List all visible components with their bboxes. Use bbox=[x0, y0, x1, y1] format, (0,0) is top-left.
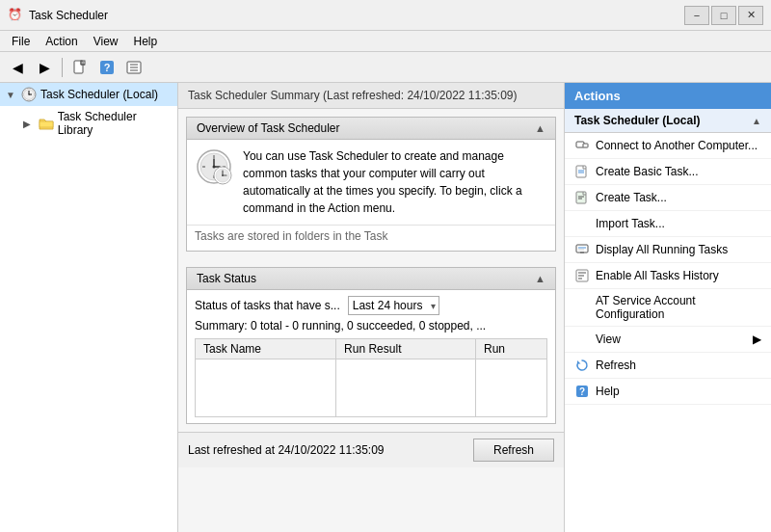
menu-view[interactable]: View bbox=[86, 33, 126, 50]
action-refresh[interactable]: Refresh bbox=[565, 353, 771, 379]
service-account-icon bbox=[574, 300, 590, 315]
action-create-basic-label: Create Basic Task... bbox=[596, 165, 699, 178]
expand-arrow-local: ▼ bbox=[6, 90, 17, 100]
task-status-collapse-btn[interactable]: ▲ bbox=[535, 273, 545, 284]
col-run-result: Run Result bbox=[336, 339, 476, 359]
folder-icon-library bbox=[39, 116, 54, 131]
toolbar-file-button[interactable] bbox=[68, 56, 92, 79]
menu-action[interactable]: Action bbox=[38, 33, 85, 50]
task-status-header: Task Status ▲ bbox=[187, 268, 555, 290]
toolbar: ◀ ▶ ? bbox=[0, 52, 771, 83]
svg-marker-43 bbox=[577, 360, 581, 364]
view-icon bbox=[574, 332, 590, 347]
sidebar-item-library[interactable]: ▶ Task Scheduler Library bbox=[0, 106, 177, 141]
action-import-task[interactable]: Import Task... bbox=[565, 211, 771, 237]
toolbar-list-button[interactable] bbox=[122, 56, 146, 79]
expand-arrow-library: ▶ bbox=[23, 119, 35, 129]
action-create-basic-task[interactable]: Create Basic Task... bbox=[565, 159, 771, 185]
action-view-label: View bbox=[596, 332, 621, 346]
action-create-task[interactable]: Create Task... bbox=[565, 185, 771, 211]
action-view[interactable]: View ▶ bbox=[565, 327, 771, 353]
svg-rect-28 bbox=[583, 144, 588, 147]
overview-header: Overview of Task Scheduler ▲ bbox=[187, 118, 555, 140]
toolbar-back-button[interactable]: ◀ bbox=[6, 56, 29, 79]
window-controls: − □ ✕ bbox=[684, 6, 763, 25]
action-help-label: Help bbox=[596, 385, 620, 398]
menu-help[interactable]: Help bbox=[126, 33, 166, 50]
sidebar-label-local: Task Scheduler (Local) bbox=[40, 88, 158, 101]
last-refreshed-text: Last refreshed at 24/10/2022 11:35:09 bbox=[188, 443, 385, 457]
overview-icon bbox=[195, 147, 233, 186]
toolbar-forward-button[interactable]: ▶ bbox=[33, 56, 56, 79]
status-filter-select[interactable]: Last 24 hours Last hour Last week bbox=[348, 296, 439, 315]
minimize-button[interactable]: − bbox=[684, 6, 709, 25]
status-filter-label: Status of tasks that have s... bbox=[195, 299, 340, 312]
create-basic-task-icon bbox=[574, 164, 590, 179]
refresh-button[interactable]: Refresh bbox=[473, 439, 554, 462]
main-layout: ▼ Task Scheduler (Local) ▶ Task Schedule… bbox=[0, 83, 771, 532]
create-task-icon bbox=[574, 190, 590, 205]
enable-history-icon bbox=[574, 268, 590, 283]
overview-collapse-btn[interactable]: ▲ bbox=[535, 122, 545, 134]
svg-text:?: ? bbox=[104, 62, 111, 73]
svg-rect-0 bbox=[74, 61, 83, 73]
svg-text:?: ? bbox=[579, 386, 585, 397]
actions-collapse-arrow: ▲ bbox=[752, 116, 761, 126]
action-help[interactable]: ? Help bbox=[565, 379, 771, 405]
center-content: Task Scheduler Summary (Last refreshed: … bbox=[178, 83, 564, 532]
submenu-arrow-icon: ▶ bbox=[753, 332, 761, 346]
svg-rect-32 bbox=[576, 192, 586, 203]
action-enable-history-label: Enable All Tasks History bbox=[596, 269, 719, 282]
table-row-empty bbox=[196, 359, 547, 417]
menu-bar: File Action View Help bbox=[0, 31, 771, 52]
action-service-account-label: AT Service Account Configuration bbox=[596, 294, 761, 321]
close-button[interactable]: ✕ bbox=[738, 6, 763, 25]
actions-panel: Actions Task Scheduler (Local) ▲ Connect… bbox=[564, 83, 771, 532]
content-header: Task Scheduler Summary (Last refreshed: … bbox=[178, 83, 564, 109]
action-view-wrapper: View bbox=[574, 332, 621, 347]
action-connect-label: Connect to Another Computer... bbox=[596, 139, 758, 152]
toolbar-separator bbox=[62, 58, 63, 77]
maximize-button[interactable]: □ bbox=[711, 6, 736, 25]
col-run: Run bbox=[475, 339, 546, 359]
app-icon: ⏰ bbox=[8, 8, 23, 23]
status-filter-row: Status of tasks that have s... Last 24 h… bbox=[195, 296, 547, 315]
task-table-body bbox=[196, 359, 547, 417]
action-enable-history[interactable]: Enable All Tasks History bbox=[565, 263, 771, 289]
overview-fade-text: Tasks are stored in folders in the Task bbox=[187, 225, 555, 251]
actions-group-label: Task Scheduler (Local) bbox=[574, 114, 700, 127]
task-status-title: Task Status bbox=[197, 272, 256, 285]
display-running-icon bbox=[574, 242, 590, 257]
overview-section: Overview of Task Scheduler ▲ bbox=[186, 117, 556, 252]
svg-point-21 bbox=[213, 166, 216, 169]
actions-group-header[interactable]: Task Scheduler (Local) ▲ bbox=[565, 109, 771, 133]
action-create-task-label: Create Task... bbox=[596, 191, 667, 204]
bottom-bar: Last refreshed at 24/10/2022 11:35:09 Re… bbox=[178, 432, 564, 467]
action-connect-computer[interactable]: Connect to Another Computer... bbox=[565, 133, 771, 159]
overview-body: You can use Task Scheduler to create and… bbox=[187, 140, 555, 225]
svg-point-26 bbox=[222, 174, 224, 176]
col-task-name: Task Name bbox=[196, 339, 336, 359]
status-filter-select-wrapper: Last 24 hours Last hour Last week bbox=[348, 296, 439, 315]
menu-file[interactable]: File bbox=[4, 33, 38, 50]
task-status-body: Status of tasks that have s... Last 24 h… bbox=[187, 290, 555, 423]
import-task-icon bbox=[574, 216, 590, 231]
sidebar-item-task-scheduler-local[interactable]: ▼ Task Scheduler (Local) bbox=[0, 83, 177, 106]
action-import-label: Import Task... bbox=[596, 217, 665, 230]
action-display-running-label: Display All Running Tasks bbox=[596, 243, 728, 256]
actions-header: Actions bbox=[565, 83, 771, 109]
task-status-section: Task Status ▲ Status of tasks that have … bbox=[186, 267, 556, 424]
refresh-icon bbox=[574, 358, 590, 373]
svg-rect-35 bbox=[576, 245, 588, 253]
clock-icon-local bbox=[21, 87, 37, 102]
title-bar: ⏰ Task Scheduler − □ ✕ bbox=[0, 0, 771, 31]
app-title: Task Scheduler bbox=[29, 9, 108, 22]
sidebar: ▼ Task Scheduler (Local) ▶ Task Schedule… bbox=[0, 83, 178, 532]
connect-icon bbox=[574, 138, 590, 153]
action-service-account[interactable]: AT Service Account Configuration bbox=[565, 289, 771, 327]
svg-rect-29 bbox=[576, 166, 586, 177]
summary-text: Summary: 0 total - 0 running, 0 succeede… bbox=[195, 319, 547, 332]
action-display-running[interactable]: Display All Running Tasks bbox=[565, 237, 771, 263]
overview-title: Overview of Task Scheduler bbox=[197, 121, 340, 135]
toolbar-help-button[interactable]: ? bbox=[95, 56, 119, 79]
